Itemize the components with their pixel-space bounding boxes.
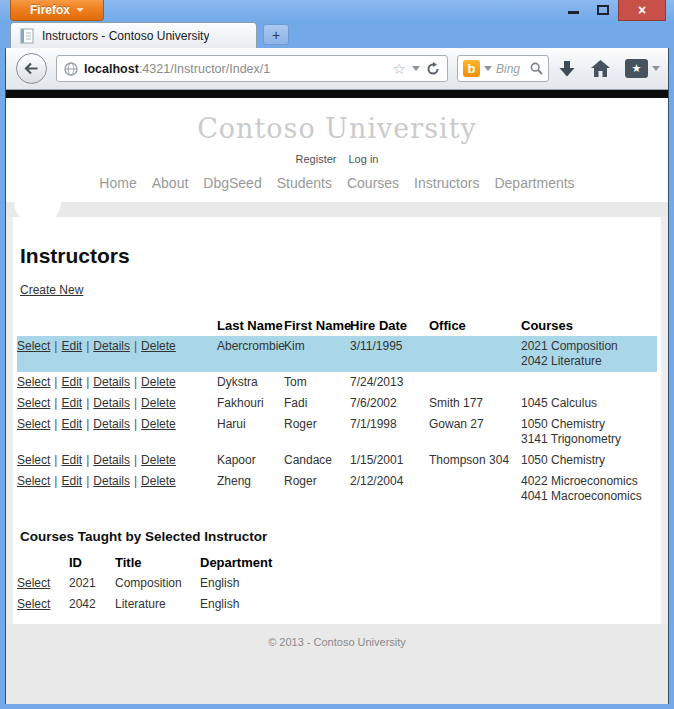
instructor-row: Select|Edit|Details|Delete Harui Roger 7…	[17, 414, 657, 450]
tab-instructors[interactable]: Instructors - Contoso University	[10, 22, 257, 48]
nav-home[interactable]: Home	[99, 175, 136, 191]
cell-office	[429, 372, 521, 393]
details-link[interactable]: Details	[93, 396, 130, 410]
edit-link[interactable]: Edit	[61, 339, 82, 353]
cell-last-name: Kapoor	[217, 450, 284, 471]
downloads-button[interactable]	[558, 60, 576, 78]
home-button[interactable]	[591, 60, 610, 77]
cell-office	[429, 336, 521, 372]
cell-first-name: Tom	[284, 372, 350, 393]
site-title: Contoso University	[6, 98, 668, 144]
instructor-row: Select|Edit|Details|Delete Kapoor Candac…	[17, 450, 657, 471]
instructors-table: Last Name First Name Hire Date Office Co…	[17, 315, 657, 507]
col-first-name: First Name	[284, 315, 350, 336]
page-title: Instructors	[20, 244, 657, 268]
nav-courses[interactable]: Courses	[347, 175, 399, 191]
delete-link[interactable]: Delete	[141, 339, 176, 353]
link-separator: |	[86, 453, 89, 467]
close-button[interactable]: ×	[618, 0, 666, 21]
details-link[interactable]: Details	[93, 339, 130, 353]
select-link[interactable]: Select	[17, 597, 50, 611]
select-link[interactable]: Select	[17, 453, 50, 467]
select-link[interactable]: Select	[17, 417, 50, 431]
edit-link[interactable]: Edit	[61, 453, 82, 467]
cell-first-name: Candace	[284, 450, 350, 471]
link-separator: |	[86, 375, 89, 389]
url-bar[interactable]: localhost:4321/Instructor/Index/1 ☆	[56, 55, 448, 82]
main-section: Instructors Create New Last Name First N…	[6, 217, 668, 624]
delete-link[interactable]: Delete	[141, 417, 176, 431]
cell-first-name: Fadi	[284, 393, 350, 414]
delete-link[interactable]: Delete	[141, 396, 176, 410]
bookmarks-menu-button[interactable]: ★	[625, 59, 660, 78]
edit-link[interactable]: Edit	[61, 375, 82, 389]
link-separator: |	[86, 339, 89, 353]
main-nav: Home About DbgSeed Students Courses Inst…	[6, 175, 668, 191]
url-input[interactable]: localhost:4321/Instructor/Index/1	[84, 62, 387, 76]
plus-icon: +	[272, 27, 280, 43]
cell-office	[429, 471, 521, 507]
select-link[interactable]: Select	[17, 375, 50, 389]
col-hire-date: Hire Date	[350, 315, 429, 336]
nav-dbgseed[interactable]: DbgSeed	[203, 175, 261, 191]
bookmarks-star-icon: ★	[625, 59, 648, 78]
search-input[interactable]: Bing	[496, 62, 526, 76]
search-engine-dropdown-icon[interactable]	[484, 66, 492, 71]
edit-link[interactable]: Edit	[61, 474, 82, 488]
link-separator: |	[54, 396, 57, 410]
link-separator: |	[86, 396, 89, 410]
back-arrow-icon	[24, 62, 39, 75]
new-tab-button[interactable]: +	[263, 24, 289, 45]
courses-header-row: ID Title Department	[17, 552, 327, 573]
reload-icon[interactable]	[426, 62, 440, 76]
instructor-row: Select|Edit|Details|Delete Abercrombie K…	[17, 336, 657, 372]
firefox-menu-label: Firefox	[30, 3, 70, 17]
back-button[interactable]	[16, 53, 47, 84]
register-link[interactable]: Register	[296, 153, 337, 165]
globe-icon	[64, 62, 78, 76]
bing-logo-icon[interactable]: b	[463, 60, 480, 77]
nav-instructors[interactable]: Instructors	[414, 175, 479, 191]
link-separator: |	[134, 417, 137, 431]
create-new-link[interactable]: Create New	[20, 283, 83, 297]
link-separator: |	[134, 474, 137, 488]
details-link[interactable]: Details	[93, 417, 130, 431]
cell-last-name: Dykstra	[217, 372, 284, 393]
col-office: Office	[429, 315, 521, 336]
minimize-button[interactable]	[558, 0, 588, 19]
select-link[interactable]: Select	[17, 396, 50, 410]
select-link[interactable]: Select	[17, 576, 50, 590]
details-link[interactable]: Details	[93, 375, 130, 389]
cell-first-name: Roger	[284, 471, 350, 507]
magnifier-icon[interactable]	[530, 62, 543, 75]
select-link[interactable]: Select	[17, 474, 50, 488]
link-separator: |	[134, 396, 137, 410]
delete-link[interactable]: Delete	[141, 375, 176, 389]
site-header: Contoso University Register Log in Home …	[6, 98, 668, 202]
maximize-button[interactable]	[588, 0, 618, 19]
cell-last-name: Fakhouri	[217, 393, 284, 414]
courses-table: ID Title Department Select 2021 Composit…	[17, 552, 327, 615]
firefox-menu-button[interactable]: Firefox	[10, 0, 104, 21]
select-link[interactable]: Select	[17, 339, 50, 353]
cell-courses: 1050 Chemistry 3141 Trigonometry	[521, 414, 657, 450]
edit-link[interactable]: Edit	[61, 417, 82, 431]
cell-course-department: English	[200, 573, 327, 594]
details-link[interactable]: Details	[93, 474, 130, 488]
bookmark-star-icon[interactable]: ☆	[393, 61, 406, 76]
cell-course-title: Composition	[115, 573, 200, 594]
history-dropdown-icon[interactable]	[412, 66, 420, 71]
search-bar[interactable]: b Bing	[457, 55, 549, 82]
nav-about[interactable]: About	[152, 175, 189, 191]
login-link[interactable]: Log in	[348, 153, 378, 165]
cell-hire-date: 7/24/2013	[350, 372, 429, 393]
nav-departments[interactable]: Departments	[494, 175, 574, 191]
instructor-row: Select|Edit|Details|Delete Fakhouri Fadi…	[17, 393, 657, 414]
edit-link[interactable]: Edit	[61, 396, 82, 410]
nav-students[interactable]: Students	[277, 175, 332, 191]
tab-favicon-icon	[20, 28, 35, 44]
details-link[interactable]: Details	[93, 453, 130, 467]
delete-link[interactable]: Delete	[141, 453, 176, 467]
page-top-bar	[6, 90, 668, 98]
delete-link[interactable]: Delete	[141, 474, 176, 488]
